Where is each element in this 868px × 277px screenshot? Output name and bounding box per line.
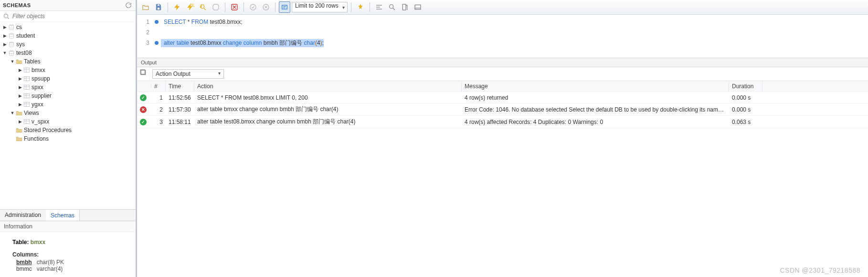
svg-rect-6 — [24, 76, 30, 81]
output-row[interactable]: ✕211:57:30alter table bmxx change column… — [137, 103, 868, 116]
svg-rect-9 — [24, 102, 30, 106]
editor-line[interactable]: 1SELECT * FROM test08.bmxx; — [137, 17, 868, 27]
row-time: 11:57:30 — [166, 104, 194, 115]
database-icon — [8, 41, 15, 48]
find-button[interactable] — [373, 1, 385, 13]
folder-icon — [15, 110, 23, 116]
svg-point-20 — [389, 5, 393, 9]
tab-administration[interactable]: Administration — [0, 210, 46, 221]
explain-button[interactable] — [197, 1, 209, 13]
output-options-button[interactable] — [140, 69, 149, 79]
database-icon — [8, 24, 15, 31]
svg-point-2 — [9, 33, 13, 35]
breakpoint-gutter[interactable] — [152, 41, 161, 45]
schema-student[interactable]: student — [0, 31, 136, 40]
breakpoint-gutter[interactable] — [152, 20, 161, 24]
expand-arrow-icon[interactable] — [10, 59, 15, 64]
row-duration: 0.000 s — [729, 92, 762, 103]
table-supplier[interactable]: supplier — [0, 92, 136, 100]
tab-schemas[interactable]: Schemas — [46, 210, 80, 221]
columns-label: Columns: — [12, 251, 127, 258]
information-body: Table: bmxx Columns: bmbhchar(8) PKbmmcv… — [0, 232, 136, 277]
editor-line[interactable]: 2 — [137, 27, 868, 38]
table-ygxx[interactable]: ygxx — [0, 100, 136, 109]
editor-line[interactable]: 3alter table test08.bmxx change column b… — [137, 38, 868, 48]
database-icon — [8, 50, 15, 56]
col-message[interactable]: Message — [462, 81, 729, 92]
expand-arrow-icon[interactable] — [17, 85, 23, 90]
expand-arrow-icon[interactable] — [2, 33, 8, 38]
svg-rect-21 — [402, 4, 406, 10]
expand-arrow-icon[interactable] — [17, 119, 23, 124]
expand-arrow-icon[interactable] — [10, 111, 15, 115]
open-file-button[interactable] — [140, 1, 151, 13]
table-bmxx[interactable]: bmxx — [0, 66, 136, 74]
output-grid-header: # Time Action Message Duration — [137, 81, 868, 92]
row-number: 1 — [151, 92, 166, 103]
rollback-button[interactable] — [260, 1, 272, 13]
col-time[interactable]: Time — [166, 81, 194, 92]
code-text[interactable]: alter table test08.bmxx change column bm… — [161, 39, 324, 47]
table-spxx[interactable]: spxx — [0, 83, 136, 92]
sql-editor[interactable]: 1SELECT * FROM test08.bmxx;23alter table… — [137, 15, 868, 58]
output-row[interactable]: ✓111:52:56SELECT * FROM test08.bmxx LIMI… — [137, 92, 868, 103]
expand-arrow-icon[interactable] — [2, 25, 8, 30]
col-action[interactable]: Action — [194, 81, 462, 92]
tree-label: supplier — [31, 92, 52, 99]
commit-button[interactable] — [247, 1, 259, 13]
expand-arrow-icon[interactable] — [17, 76, 23, 81]
col-num[interactable]: # — [151, 81, 166, 92]
expand-arrow-icon[interactable] — [2, 42, 8, 47]
action-output-select[interactable]: Action Output — [152, 69, 224, 79]
schemas-header: SCHEMAS — [0, 0, 136, 11]
tree-label: spxx — [31, 84, 43, 91]
filter-input[interactable] — [12, 13, 133, 20]
col-duration[interactable]: Duration — [729, 81, 762, 92]
status-cell: ✓ — [137, 92, 151, 103]
schema-tree[interactable]: csstudentsystest08Tablesbmxxspsuppspxxsu… — [0, 22, 136, 209]
schemas-title: SCHEMAS — [3, 2, 31, 8]
toggle-autocommit-button[interactable] — [229, 1, 240, 13]
limit-rows-select[interactable]: Limit to 200 rows — [292, 2, 348, 12]
tree-label: test08 — [15, 50, 32, 56]
tree-label: Functions — [23, 135, 49, 142]
search-button[interactable] — [386, 1, 398, 13]
execute-button[interactable] — [171, 1, 183, 13]
stop-button[interactable] — [210, 1, 222, 13]
table-icon — [23, 102, 31, 107]
group-views[interactable]: Views — [0, 109, 136, 117]
expand-arrow-icon[interactable] — [2, 51, 8, 55]
svg-point-1 — [9, 24, 13, 26]
group-stored-procedures[interactable]: Stored Procedures — [0, 126, 136, 134]
toggle-whitespace-button[interactable] — [279, 1, 290, 13]
schema-test08[interactable]: test08 — [0, 49, 136, 57]
tree-label: bmxx — [31, 67, 45, 73]
svg-rect-19 — [282, 5, 287, 9]
schema-sys[interactable]: sys — [0, 40, 136, 49]
view-v_spxx[interactable]: v_spxx — [0, 117, 136, 126]
refresh-icon[interactable] — [124, 1, 133, 10]
group-tables[interactable]: Tables — [0, 57, 136, 66]
tree-label: v_spxx — [31, 118, 49, 125]
tree-label: Stored Procedures — [23, 127, 72, 133]
row-action: SELECT * FROM test08.bmxx LIMIT 0, 200 — [194, 92, 462, 103]
svg-point-17 — [250, 4, 256, 10]
expand-arrow-icon[interactable] — [17, 93, 23, 98]
table-label: Table: — [12, 239, 29, 246]
execute-current-button[interactable] — [184, 1, 196, 13]
output-row[interactable]: ✓311:58:11alter table test08.bmxx change… — [137, 116, 868, 128]
beautify-button[interactable] — [355, 1, 366, 13]
table-icon — [23, 119, 31, 124]
group-functions[interactable]: Functions — [0, 134, 136, 143]
expand-arrow-icon[interactable] — [17, 102, 23, 107]
table-spsupp[interactable]: spsupp — [0, 74, 136, 83]
tree-label: Views — [23, 110, 39, 116]
save-button[interactable] — [153, 1, 164, 13]
code-text[interactable]: SELECT * FROM test08.bmxx; — [161, 19, 243, 25]
snippets-button[interactable] — [399, 1, 411, 13]
toggle-panel-button[interactable] — [412, 1, 423, 13]
schema-cs[interactable]: cs — [0, 23, 136, 31]
status-cell: ✕ — [137, 104, 151, 115]
tree-label: Tables — [23, 58, 41, 65]
expand-arrow-icon[interactable] — [17, 68, 23, 72]
